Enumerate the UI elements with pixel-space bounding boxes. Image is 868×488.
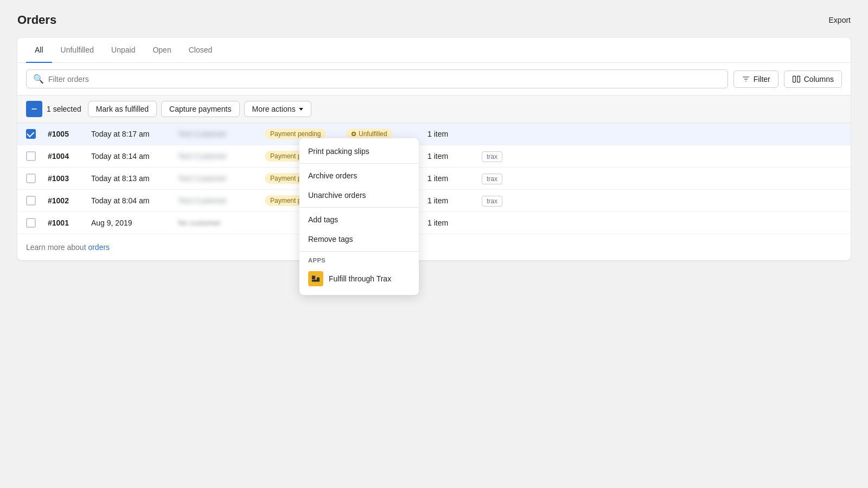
- more-actions-dropdown: Print packing slips Archive orders Unarc…: [299, 138, 419, 295]
- tab-unfulfilled[interactable]: Unfulfilled: [52, 38, 103, 63]
- order-id: #1001: [48, 219, 91, 227]
- payment-status: Payment pending: [265, 129, 346, 139]
- order-items: 1 item: [427, 130, 482, 138]
- order-date: Today at 8:17 am: [91, 130, 178, 138]
- order-date: Today at 8:04 am: [91, 196, 178, 205]
- order-date: Aug 9, 2019: [91, 219, 178, 227]
- row-checkbox[interactable]: [26, 196, 36, 206]
- tab-all[interactable]: All: [26, 38, 52, 63]
- svg-rect-4: [312, 276, 315, 279]
- dropdown-item-fulfill-trax[interactable]: Fulfill through Trax: [299, 266, 419, 292]
- dropdown-section-apps: APPS: [299, 254, 419, 266]
- search-input[interactable]: [48, 75, 721, 84]
- tab-closed[interactable]: Closed: [180, 38, 221, 63]
- row-checkbox[interactable]: [26, 174, 36, 183]
- chevron-down-icon: [299, 108, 303, 111]
- orders-table: #1005 Today at 8:17 am Test Customer Pay…: [17, 123, 851, 234]
- order-tag: trax: [482, 174, 525, 183]
- tabs-bar: All Unfulfilled Unpaid Open Closed: [17, 38, 851, 63]
- filter-icon: [742, 75, 750, 84]
- row-checkbox[interactable]: [26, 218, 36, 228]
- trax-app-icon: [308, 271, 323, 286]
- mark-fulfilled-button[interactable]: Mark as fulfilled: [88, 101, 157, 117]
- payment-badge: Payment pending: [265, 129, 326, 139]
- unfulfilled-dot: [352, 132, 356, 136]
- trax-icon: [311, 274, 321, 284]
- tab-open[interactable]: Open: [144, 38, 180, 63]
- table-row[interactable]: #1002 Today at 8:04 am Test Customer Pay…: [17, 190, 851, 212]
- order-id: #1003: [48, 174, 91, 183]
- action-bar: 1 selected Mark as fulfilled Capture pay…: [17, 95, 851, 123]
- order-date: Today at 8:13 am: [91, 174, 178, 183]
- order-tag: trax: [482, 152, 525, 160]
- selected-count: 1 selected: [47, 105, 81, 113]
- svg-rect-1: [797, 76, 800, 82]
- fulfillment-status: Unfulfilled: [346, 129, 427, 139]
- orders-link[interactable]: orders: [88, 243, 110, 252]
- dropdown-item-archive-orders[interactable]: Archive orders: [299, 166, 419, 185]
- svg-point-5: [317, 277, 320, 280]
- dropdown-item-unarchive-orders[interactable]: Unarchive orders: [299, 185, 419, 205]
- fulfill-trax-label: Fulfill through Trax: [329, 274, 391, 283]
- svg-rect-2: [31, 108, 37, 110]
- table-row[interactable]: #1004 Today at 8:14 am Test Customer Pay…: [17, 145, 851, 168]
- order-id: #1002: [48, 196, 91, 205]
- order-id: #1004: [48, 152, 91, 160]
- more-actions-label: More actions: [252, 105, 296, 113]
- footer-note: Learn more about orders: [17, 234, 851, 260]
- bulk-select-indicator[interactable]: [26, 101, 42, 117]
- table-row[interactable]: #1003 Today at 8:13 am Test Customer Pay…: [17, 168, 851, 190]
- filter-label: Filter: [754, 75, 770, 84]
- fulfillment-badge: Unfulfilled: [346, 129, 393, 139]
- columns-button[interactable]: Columns: [784, 70, 842, 88]
- more-actions-button[interactable]: More actions: [244, 101, 311, 117]
- svg-rect-0: [793, 76, 795, 82]
- dropdown-item-print-packing-slips[interactable]: Print packing slips: [299, 142, 419, 161]
- order-items: 1 item: [427, 219, 482, 227]
- table-row[interactable]: #1001 Aug 9, 2019 No customer Unfulfille…: [17, 212, 851, 234]
- customer-name: Test Customer: [178, 196, 265, 205]
- search-icon: 🔍: [33, 74, 44, 84]
- customer-name: Test Customer: [178, 130, 265, 138]
- page-title: Orders: [17, 13, 56, 27]
- search-row: 🔍 Filter Columns: [17, 63, 851, 95]
- dropdown-divider: [299, 163, 419, 164]
- order-tag: trax: [482, 196, 525, 205]
- dropdown-divider: [299, 207, 419, 208]
- dropdown-divider: [299, 251, 419, 252]
- columns-icon: [792, 75, 801, 84]
- order-items: 1 item: [427, 152, 482, 160]
- search-box[interactable]: 🔍: [26, 69, 728, 88]
- columns-label: Columns: [804, 75, 834, 84]
- customer-name: No customer: [178, 219, 265, 227]
- row-checkbox[interactable]: [26, 129, 36, 139]
- customer-name: Test Customer: [178, 174, 265, 183]
- customer-name: Test Customer: [178, 152, 265, 160]
- order-items: 1 item: [427, 174, 482, 183]
- dropdown-item-remove-tags[interactable]: Remove tags: [299, 229, 419, 249]
- dropdown-item-add-tags[interactable]: Add tags: [299, 210, 419, 229]
- table-row[interactable]: #1005 Today at 8:17 am Test Customer Pay…: [17, 123, 851, 145]
- filter-button[interactable]: Filter: [733, 70, 778, 88]
- tab-unpaid[interactable]: Unpaid: [103, 38, 144, 63]
- order-id: #1005: [48, 130, 91, 138]
- minus-icon: [30, 105, 39, 113]
- order-date: Today at 8:14 am: [91, 152, 178, 160]
- row-checkbox[interactable]: [26, 151, 36, 161]
- export-button[interactable]: Export: [829, 16, 851, 24]
- order-items: 1 item: [427, 196, 482, 205]
- capture-payments-button[interactable]: Capture payments: [161, 101, 239, 117]
